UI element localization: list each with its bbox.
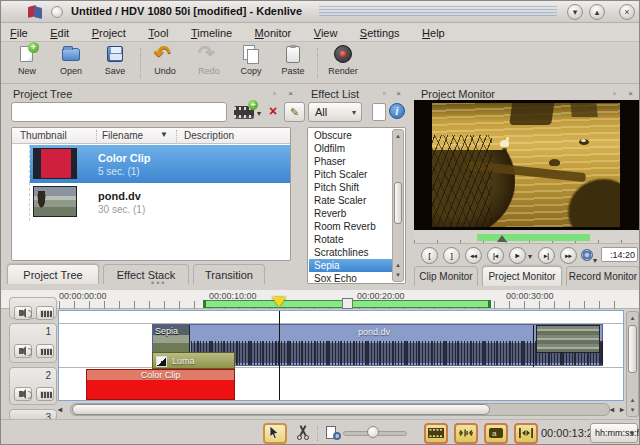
forward-button[interactable]: ▸▸ xyxy=(560,247,577,264)
monitor-playhead-icon[interactable] xyxy=(497,235,507,242)
effect-item[interactable]: Rate Scaler xyxy=(309,194,392,207)
effect-item[interactable]: Pitch Shift xyxy=(309,181,392,194)
monitor-timecode-field[interactable]: :14:20 xyxy=(601,247,638,262)
menu-settings[interactable]: Settings xyxy=(351,24,409,43)
razor-tool-button[interactable] xyxy=(291,423,315,444)
set-zone-start-button[interactable]: [ xyxy=(421,247,438,264)
menu-project[interactable]: Project xyxy=(83,24,135,43)
timeline-ruler[interactable]: 00:00:00:00 00:00:10:00 00:00:20:00 00:0… xyxy=(1,290,640,309)
timeline-transition-luma[interactable]: Luma xyxy=(152,352,235,369)
timeline-playhead-line[interactable] xyxy=(279,311,280,400)
effect-item[interactable]: Room Reverb xyxy=(309,220,392,233)
rewind-button[interactable]: ◂◂ xyxy=(465,247,482,264)
render-button[interactable]: Render xyxy=(323,45,363,81)
previous-frame-button[interactable]: |◂ xyxy=(487,247,504,264)
effect-item[interactable]: Reverb xyxy=(309,207,392,220)
timecode-format-dropdown[interactable]: hh:mm:ss:ff ▾ xyxy=(590,423,638,443)
window-menu-button[interactable] xyxy=(51,6,63,18)
scroll-down-icon[interactable]: ▾ xyxy=(393,271,403,279)
hide-track-button[interactable] xyxy=(36,306,54,320)
effect-item[interactable]: Scratchlines xyxy=(309,246,392,259)
track-header-1[interactable]: 1 xyxy=(9,323,57,363)
add-clip-button[interactable]: + xyxy=(234,106,254,119)
column-thumbnail[interactable]: Thumbnail xyxy=(20,130,67,141)
delete-clip-icon[interactable]: × xyxy=(269,103,277,119)
hide-track-button[interactable] xyxy=(36,344,54,358)
menu-help[interactable]: Help xyxy=(413,24,454,43)
play-button[interactable]: ▸ xyxy=(509,247,526,264)
scroll-up-icon[interactable]: ▴ xyxy=(627,314,638,322)
redo-button[interactable]: ↷ Redo xyxy=(189,45,229,81)
zoom-fit-button[interactable] xyxy=(321,423,345,444)
menu-edit[interactable]: Edit xyxy=(41,24,78,43)
tab-effect-stack[interactable]: Effect Stack xyxy=(103,264,189,284)
tab-clip-monitor[interactable]: Clip Monitor xyxy=(414,266,478,286)
effect-info-button[interactable]: i xyxy=(389,103,405,119)
scrollbar-thumb[interactable] xyxy=(72,404,490,415)
close-panel-icon[interactable]: × xyxy=(625,88,636,99)
menu-monitor[interactable]: Monitor xyxy=(246,24,301,43)
titlebar[interactable]: Untitled / HDV 1080 50i [modified] - Kde… xyxy=(1,1,640,23)
track-header-0[interactable] xyxy=(9,297,57,319)
monitor-video-area[interactable] xyxy=(414,100,639,230)
scroll-left-icon[interactable]: ◂ xyxy=(610,405,614,414)
close-button[interactable]: × xyxy=(619,4,635,20)
scroll-up-icon[interactable]: ▴ xyxy=(627,396,638,404)
copy-button[interactable]: Copy xyxy=(231,45,271,81)
scroll-up-icon[interactable]: ▴ xyxy=(393,132,403,140)
scroll-down-icon[interactable]: ▾ xyxy=(627,406,638,414)
mute-track-button[interactable] xyxy=(14,306,32,320)
menu-file[interactable]: File xyxy=(1,24,37,43)
audio-thumbnails-toggle[interactable] xyxy=(454,423,478,444)
timeline-vscrollbar[interactable]: ▴ ▴ ▾ xyxy=(626,311,639,417)
add-clip-menu-chevron-icon[interactable]: ▾ xyxy=(257,109,261,118)
mute-track-button[interactable] xyxy=(14,344,32,358)
splitter-handle[interactable]: ••• xyxy=(151,278,166,288)
effect-item[interactable]: Oldfilm xyxy=(309,142,392,155)
sort-indicator-icon[interactable]: ▼ xyxy=(160,130,168,139)
column-filename[interactable]: Filename xyxy=(102,130,143,141)
track-header-2[interactable]: 2 xyxy=(9,367,57,405)
open-button[interactable]: Open xyxy=(51,45,91,81)
effect-item[interactable]: Phaser xyxy=(309,155,392,168)
monitor-zone-bar[interactable] xyxy=(477,234,590,241)
effect-list-scrollbar[interactable]: ▴ ▴ ▾ xyxy=(392,129,404,282)
effect-item[interactable]: Pitch Scaler xyxy=(309,168,392,181)
tab-project-tree[interactable]: Project Tree xyxy=(7,264,99,284)
timeline-clip-color[interactable]: Color Clip xyxy=(86,369,235,400)
clip-row-color-clip[interactable]: Color Clip 5 sec. (1) xyxy=(12,145,290,183)
edit-clip-button[interactable]: ✎ xyxy=(284,102,305,122)
play-menu-chevron-icon[interactable]: ▾ xyxy=(528,252,532,261)
timeline-tracks-area[interactable]: Sepia pond.dv Luma Color Clip xyxy=(58,310,624,401)
next-frame-button[interactable]: ▸| xyxy=(538,247,555,264)
scroll-left-icon[interactable]: ◂ xyxy=(58,405,62,414)
set-zone-end-button[interactable]: ] xyxy=(443,247,460,264)
scrollbar-thumb[interactable] xyxy=(628,325,637,373)
float-panel-icon[interactable]: ▫ xyxy=(269,88,280,99)
snap-toggle[interactable] xyxy=(514,423,538,444)
column-description[interactable]: Description xyxy=(184,130,234,141)
hide-track-button[interactable] xyxy=(36,387,54,401)
close-panel-icon[interactable]: × xyxy=(285,88,296,99)
scroll-right-icon[interactable]: ▸ xyxy=(620,405,624,414)
tab-transition[interactable]: Transition xyxy=(193,264,265,284)
scrollbar-thumb[interactable] xyxy=(394,182,402,224)
monitor-config-gear-icon[interactable] xyxy=(581,249,593,261)
select-tool-button[interactable] xyxy=(263,423,287,444)
menu-timeline[interactable]: Timeline xyxy=(182,24,241,43)
undo-button[interactable]: ↶ Undo xyxy=(145,45,185,81)
tab-project-monitor[interactable]: Project Monitor xyxy=(482,266,562,286)
zone-middle-grip[interactable] xyxy=(342,298,353,309)
mute-track-button[interactable] xyxy=(14,387,32,401)
maximize-button[interactable]: ▴ xyxy=(589,4,605,20)
effect-filter-dropdown[interactable]: All ▾ xyxy=(308,102,362,122)
effect-item[interactable]: Rotate xyxy=(309,233,392,246)
new-button[interactable]: + New xyxy=(7,45,47,81)
menu-view[interactable]: View xyxy=(305,24,347,43)
float-panel-icon[interactable]: ▫ xyxy=(379,88,390,99)
timeline-hscrollbar[interactable]: ◂ ◂ ▸ xyxy=(58,402,624,417)
scroll-up-icon[interactable]: ▴ xyxy=(393,261,403,269)
close-panel-icon[interactable]: × xyxy=(393,88,404,99)
timeline-playhead-icon[interactable] xyxy=(272,297,286,307)
clip-row-pond[interactable]: pond.dv 30 sec. (1) xyxy=(12,183,290,221)
